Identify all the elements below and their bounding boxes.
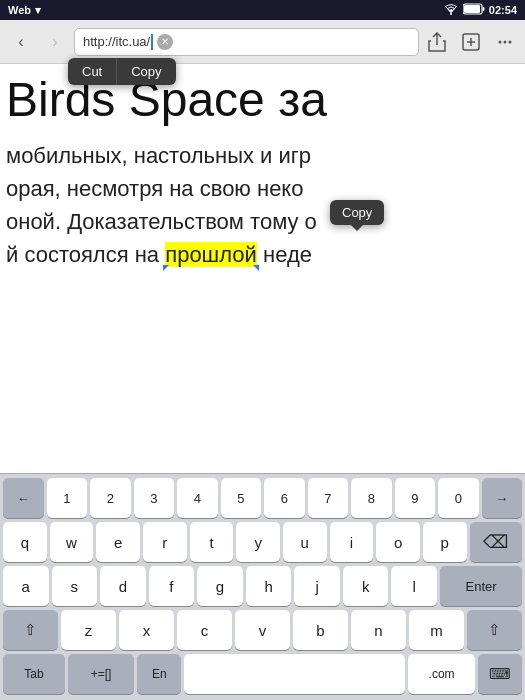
address-bar[interactable]: http://itc.ua/ ✕ <box>74 28 419 56</box>
key-brackets[interactable]: +=[] <box>68 654 134 694</box>
key-n[interactable]: n <box>351 610 406 650</box>
key-delete[interactable]: ⌫ <box>470 522 522 562</box>
clear-button[interactable]: ✕ <box>157 34 173 50</box>
toolbar-icons <box>423 28 519 56</box>
key-5[interactable]: 5 <box>221 478 262 518</box>
key-4[interactable]: 4 <box>177 478 218 518</box>
key-d[interactable]: d <box>100 566 146 606</box>
svg-point-7 <box>509 40 512 43</box>
key-6[interactable]: 6 <box>264 478 305 518</box>
back-button[interactable]: ‹ <box>6 27 36 57</box>
svg-point-5 <box>499 40 502 43</box>
key-8[interactable]: 8 <box>351 478 392 518</box>
key-q[interactable]: q <box>3 522 47 562</box>
key-dotcom[interactable]: .com <box>408 654 474 694</box>
line-4: й состоялся на прошлой неде <box>6 238 519 271</box>
key-k[interactable]: k <box>343 566 389 606</box>
line-2: орая, несмотря на свою неко <box>6 172 519 205</box>
keyboard: ← 1 2 3 4 5 6 7 8 9 0 → q w e r t y u i … <box>0 473 525 700</box>
key-h[interactable]: h <box>246 566 292 606</box>
key-space[interactable] <box>184 654 405 694</box>
key-j[interactable]: j <box>294 566 340 606</box>
key-2[interactable]: 2 <box>90 478 131 518</box>
address-cursor <box>151 34 153 50</box>
key-keyboard[interactable]: ⌨ <box>478 654 522 694</box>
key-m[interactable]: m <box>409 610 464 650</box>
key-g[interactable]: g <box>197 566 243 606</box>
new-tab-button[interactable] <box>457 28 485 56</box>
key-tab[interactable]: Tab <box>3 654 65 694</box>
key-shift-left[interactable]: ⇧ <box>3 610 58 650</box>
row-asdf: a s d f g h j k l Enter <box>0 564 525 608</box>
key-1[interactable]: 1 <box>47 478 88 518</box>
key-t[interactable]: t <box>190 522 234 562</box>
key-shift-right[interactable]: ⇧ <box>467 610 522 650</box>
key-p[interactable]: p <box>423 522 467 562</box>
share-button[interactable] <box>423 28 451 56</box>
svg-rect-3 <box>464 5 480 13</box>
key-b[interactable]: b <box>293 610 348 650</box>
key-i[interactable]: i <box>330 522 374 562</box>
svg-point-0 <box>450 13 452 15</box>
key-o[interactable]: o <box>376 522 420 562</box>
svg-point-6 <box>504 40 507 43</box>
svg-rect-2 <box>482 7 484 11</box>
key-left-arrow[interactable]: ← <box>3 478 44 518</box>
key-enter[interactable]: Enter <box>440 566 522 606</box>
context-menu-top: Cut Copy <box>68 58 176 85</box>
more-button[interactable] <box>491 28 519 56</box>
key-z[interactable]: z <box>61 610 116 650</box>
key-y[interactable]: y <box>236 522 280 562</box>
row-qwerty: q w e r t y u i o p ⌫ <box>0 520 525 564</box>
page-body: мобильных, настольных и игр орая, несмот… <box>6 139 519 271</box>
key-s[interactable]: s <box>52 566 98 606</box>
key-e[interactable]: e <box>96 522 140 562</box>
key-x[interactable]: x <box>119 610 174 650</box>
key-r[interactable]: r <box>143 522 187 562</box>
key-c[interactable]: c <box>177 610 232 650</box>
key-f[interactable]: f <box>149 566 195 606</box>
row-bottom: Tab +=[] En .com ⌨ <box>0 652 525 700</box>
key-7[interactable]: 7 <box>308 478 349 518</box>
battery-icon <box>463 3 485 17</box>
key-right-arrow[interactable]: → <box>482 478 523 518</box>
key-l[interactable]: l <box>391 566 437 606</box>
wifi-icon <box>443 3 459 17</box>
copy-button-top[interactable]: Copy <box>116 58 175 85</box>
key-language[interactable]: En <box>137 654 181 694</box>
key-9[interactable]: 9 <box>395 478 436 518</box>
highlighted-word[interactable]: прошлой <box>165 242 257 267</box>
number-row: ← 1 2 3 4 5 6 7 8 9 0 → <box>0 474 525 520</box>
key-3[interactable]: 3 <box>134 478 175 518</box>
key-a[interactable]: a <box>3 566 49 606</box>
forward-button[interactable]: › <box>40 27 70 57</box>
page-content: Birds Space за мобильных, настольных и и… <box>0 64 525 334</box>
key-w[interactable]: w <box>50 522 94 562</box>
line-1: мобильных, настольных и игр <box>6 139 519 172</box>
key-v[interactable]: v <box>235 610 290 650</box>
key-0[interactable]: 0 <box>438 478 479 518</box>
row-zxcv: ⇧ z x c v b n m ⇧ <box>0 608 525 652</box>
cut-button[interactable]: Cut <box>68 58 116 85</box>
status-bar: Web ▾ 02:54 <box>0 0 525 20</box>
status-triangle: ▾ <box>35 4 41 17</box>
time: 02:54 <box>489 4 517 16</box>
app-name: Web <box>8 4 31 16</box>
line-3: оной. Доказательством тому о <box>6 205 519 238</box>
copy-popup[interactable]: Copy <box>330 200 384 225</box>
address-text: http://itc.ua/ <box>83 34 150 49</box>
key-u[interactable]: u <box>283 522 327 562</box>
